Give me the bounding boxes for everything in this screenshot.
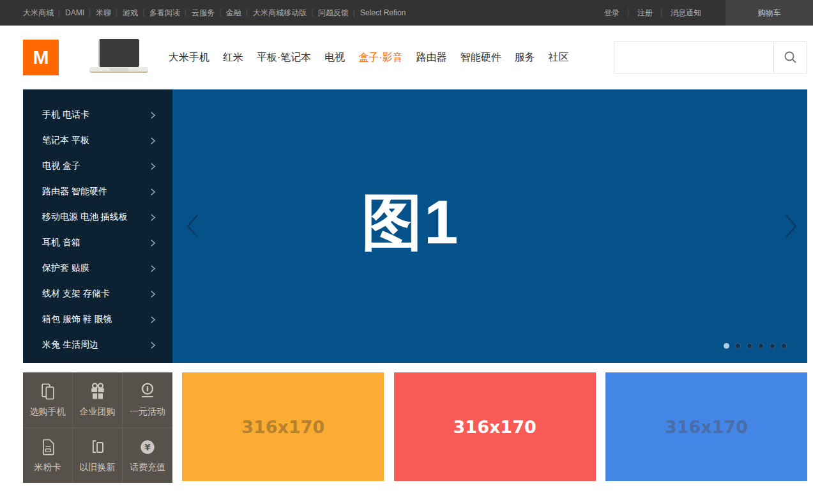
main-row: 手机 电话卡 笔记本 平板 电视 盒子 路由器 智能硬件 移动电源 电池 插线板… bbox=[23, 89, 807, 363]
sidebar-item-cables-mounts-storage[interactable]: 线材 支架 存储卡 bbox=[23, 281, 172, 307]
sidebar-item-label: 箱包 服饰 鞋 眼镜 bbox=[42, 314, 112, 325]
promo-placeholder-label: 316x170 bbox=[453, 417, 536, 437]
quick-link-label: 话费充值 bbox=[130, 462, 165, 473]
svg-text:¥: ¥ bbox=[144, 443, 151, 453]
quick-links-panel: 选购手机 企业团购 一元活动 bbox=[23, 372, 172, 483]
sidebar-item-label: 保护套 贴膜 bbox=[42, 263, 89, 274]
quick-link-mi-fan-card[interactable]: 米粉卡 bbox=[23, 428, 73, 484]
topbar-link-cloud[interactable]: 云服务 bbox=[186, 8, 220, 19]
search-input[interactable] bbox=[614, 42, 773, 73]
carousel-prev-button[interactable] bbox=[181, 209, 203, 243]
topbar-link-miliao[interactable]: 米聊 bbox=[90, 8, 117, 19]
sidebar-item-mitu-lifestyle[interactable]: 米兔 生活周边 bbox=[23, 332, 172, 358]
one-yuan-icon bbox=[137, 381, 158, 402]
topbar-link-feedback[interactable]: 问题反馈 bbox=[312, 8, 354, 19]
notifications-link[interactable]: 消息通知 bbox=[662, 8, 710, 19]
laptop-screen bbox=[98, 39, 139, 67]
topbar-link-mall[interactable]: 大米商城 bbox=[23, 8, 59, 19]
carousel-dot-1[interactable] bbox=[724, 343, 729, 349]
topbar: 大米商城 DAMI 米聊 游戏 多看阅读 云服务 金融 大米商城移动版 问题反馈… bbox=[0, 0, 813, 26]
sidebar-item-headphones-speakers[interactable]: 耳机 音箱 bbox=[23, 230, 172, 256]
quick-link-phone-recharge[interactable]: ¥ 话费充值 bbox=[123, 428, 172, 484]
quick-link-group-buy[interactable]: 企业团购 bbox=[73, 372, 123, 428]
quick-link-one-yuan-event[interactable]: 一元活动 bbox=[123, 372, 172, 428]
nav-item-redmi[interactable]: 红米 bbox=[223, 51, 243, 65]
chevron-right-icon bbox=[149, 188, 157, 196]
topbar-link-games[interactable]: 游戏 bbox=[117, 8, 144, 19]
cart-label: 购物车 bbox=[758, 8, 781, 19]
topbar-link-dami[interactable]: DAMI bbox=[59, 8, 90, 17]
nav-item-phones[interactable]: 大米手机 bbox=[169, 51, 209, 65]
sim-card-icon bbox=[38, 437, 58, 457]
bottom-row: 选购手机 企业团购 一元活动 bbox=[23, 372, 807, 483]
chevron-right-icon bbox=[782, 212, 800, 240]
promo-banner-2[interactable]: 316x170 bbox=[394, 372, 596, 481]
quick-link-label: 以旧换新 bbox=[80, 462, 116, 473]
topbar-links: 大米商城 DAMI 米聊 游戏 多看阅读 云服务 金融 大米商城移动版 问题反馈… bbox=[0, 0, 411, 26]
sidebar-item-label: 线材 支架 存储卡 bbox=[42, 288, 110, 300]
chevron-right-icon bbox=[149, 162, 157, 171]
nav-item-tv[interactable]: 电视 bbox=[324, 51, 345, 65]
search-button[interactable] bbox=[773, 42, 807, 73]
chevron-right-icon bbox=[149, 111, 157, 119]
sidebar-item-laptops-tablets[interactable]: 笔记本 平板 bbox=[23, 128, 172, 153]
sidebar-item-label: 笔记本 平板 bbox=[42, 135, 89, 146]
nav-item-router[interactable]: 路由器 bbox=[416, 51, 447, 65]
nav-item-tablet-laptop[interactable]: 平板·笔记本 bbox=[257, 51, 311, 65]
quick-link-label: 米粉卡 bbox=[34, 462, 61, 473]
quick-link-trade-in[interactable]: 以旧换新 bbox=[73, 428, 123, 484]
cart-button[interactable]: 购物车 bbox=[726, 0, 813, 26]
sidebar-item-label: 米兔 生活周边 bbox=[42, 339, 98, 351]
nav-item-box-media[interactable]: 盒子·影音 bbox=[358, 51, 402, 65]
sidebar-item-powerbank-battery[interactable]: 移动电源 电池 插线板 bbox=[23, 204, 172, 230]
carousel-dot-5[interactable] bbox=[770, 343, 775, 349]
search-bar bbox=[614, 42, 807, 73]
chevron-right-icon bbox=[149, 290, 157, 298]
register-link[interactable]: 注册 bbox=[628, 8, 662, 19]
carousel-dot-2[interactable] bbox=[735, 343, 741, 349]
promo-banner-3[interactable]: 316x170 bbox=[605, 372, 807, 481]
nav-item-service[interactable]: 服务 bbox=[515, 51, 535, 65]
laptop-product-image bbox=[89, 39, 148, 76]
search-icon bbox=[784, 50, 798, 65]
promo-banner-1[interactable]: 316x170 bbox=[182, 372, 384, 481]
header: M 大米手机 红米 平板·笔记本 电视 盒子·影音 路由器 智能硬件 服务 社区 bbox=[0, 26, 813, 89]
carousel-dot-3[interactable] bbox=[747, 343, 752, 349]
carousel-next-button[interactable] bbox=[780, 209, 802, 243]
gift-icon bbox=[87, 381, 108, 402]
sidebar-item-label: 移动电源 电池 插线板 bbox=[42, 211, 128, 223]
sidebar-item-bags-apparel[interactable]: 箱包 服饰 鞋 眼镜 bbox=[23, 307, 172, 332]
sidebar-item-router-smart[interactable]: 路由器 智能硬件 bbox=[23, 179, 172, 204]
sidebar-item-phones-simcards[interactable]: 手机 电话卡 bbox=[23, 102, 172, 128]
quick-link-label: 选购手机 bbox=[30, 406, 66, 418]
chevron-right-icon bbox=[149, 264, 157, 273]
carousel-slide-label: 图1 bbox=[361, 182, 459, 265]
topbar-link-mobile-version[interactable]: 大米商城移动版 bbox=[247, 8, 312, 19]
sidebar-item-tv-box[interactable]: 电视 盒子 bbox=[23, 153, 172, 179]
quick-link-buy-phone[interactable]: 选购手机 bbox=[23, 372, 73, 428]
topbar-account-links: 登录 注册 消息通知 bbox=[595, 0, 710, 26]
sidebar-item-label: 电视 盒子 bbox=[42, 160, 80, 172]
category-sidebar: 手机 电话卡 笔记本 平板 电视 盒子 路由器 智能硬件 移动电源 电池 插线板… bbox=[23, 89, 172, 363]
hero-carousel: 图1 bbox=[172, 89, 807, 363]
carousel-dot-4[interactable] bbox=[758, 343, 764, 349]
nav-item-community[interactable]: 社区 bbox=[549, 51, 569, 65]
logo-letter: M bbox=[33, 47, 49, 68]
main-nav: 大米手机 红米 平板·笔记本 电视 盒子·影音 路由器 智能硬件 服务 社区 bbox=[169, 51, 582, 65]
topbar-link-duokan[interactable]: 多看阅读 bbox=[144, 8, 186, 19]
carousel-dot-6[interactable] bbox=[781, 343, 787, 349]
topbar-right: 登录 注册 消息通知 购物车 bbox=[595, 0, 813, 26]
topbar-link-finance[interactable]: 金融 bbox=[220, 8, 247, 19]
chevron-right-icon bbox=[149, 239, 157, 247]
sidebar-item-label: 耳机 音箱 bbox=[42, 237, 80, 248]
topbar-link-select-refion[interactable]: Select Refion bbox=[354, 8, 411, 17]
chevron-right-icon bbox=[149, 341, 157, 349]
nav-item-smart-hardware[interactable]: 智能硬件 bbox=[460, 51, 501, 65]
site-logo[interactable]: M bbox=[23, 40, 59, 75]
sidebar-item-cases-films[interactable]: 保护套 贴膜 bbox=[23, 256, 172, 281]
chevron-right-icon bbox=[149, 137, 157, 145]
quick-link-label: 企业团购 bbox=[80, 406, 116, 418]
chevron-right-icon bbox=[149, 213, 157, 222]
login-link[interactable]: 登录 bbox=[595, 8, 628, 19]
phones-icon bbox=[38, 381, 58, 402]
